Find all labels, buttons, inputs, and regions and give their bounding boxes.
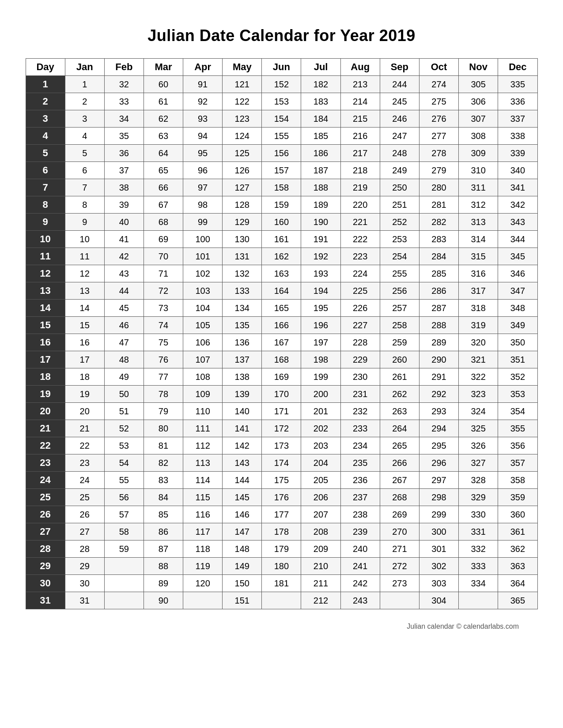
value-cell: 176 [262,489,301,506]
value-cell: 157 [262,162,301,179]
value-cell: 294 [419,420,458,437]
value-cell: 112 [183,437,223,454]
value-cell: 210 [301,558,340,575]
value-cell: 306 [459,93,498,110]
value-cell: 38 [104,179,144,196]
value-cell: 98 [183,196,223,214]
table-row: 55366495125156186217248278309339 [26,145,537,162]
value-cell: 309 [459,145,498,162]
value-cell: 298 [419,489,458,506]
value-cell: 259 [380,334,419,351]
value-cell: 124 [223,128,262,145]
value-cell: 138 [223,368,262,386]
value-cell: 350 [498,334,537,351]
value-cell: 82 [144,454,183,472]
value-cell: 7 [65,179,104,196]
day-cell: 11 [26,248,65,265]
value-cell: 327 [459,454,498,472]
table-row: 14144573104134165195226257287318348 [26,300,537,317]
value-cell: 102 [183,265,223,282]
value-cell: 30 [65,575,104,592]
value-cell: 283 [419,231,458,248]
value-cell: 217 [340,145,380,162]
value-cell: 25 [65,489,104,506]
column-header-mar: Mar [144,59,183,76]
value-cell: 62 [144,110,183,128]
value-cell: 76 [144,351,183,368]
day-cell: 7 [26,179,65,196]
value-cell: 173 [262,437,301,454]
value-cell: 181 [262,575,301,592]
value-cell: 189 [301,196,340,214]
value-cell: 69 [144,231,183,248]
value-cell: 344 [498,231,537,248]
value-cell: 276 [419,110,458,128]
value-cell: 3 [65,110,104,128]
value-cell: 88 [144,558,183,575]
column-header-jun: Jun [262,59,301,76]
table-row: 313190151212243304365 [26,592,537,609]
value-cell: 20 [65,403,104,420]
value-cell [104,575,144,592]
value-cell [104,558,144,575]
table-row: 24245583114144175205236267297328358 [26,472,537,489]
value-cell: 126 [223,162,262,179]
value-cell: 29 [65,558,104,575]
value-cell: 338 [498,128,537,145]
value-cell: 22 [65,437,104,454]
value-cell: 71 [144,265,183,282]
value-cell: 320 [459,334,498,351]
value-cell: 221 [340,214,380,231]
value-cell: 67 [144,196,183,214]
table-row: 13134472103133164194225256286317347 [26,282,537,300]
value-cell: 141 [223,420,262,437]
value-cell: 212 [301,592,340,609]
column-header-aug: Aug [340,59,380,76]
value-cell: 209 [301,540,340,558]
value-cell: 364 [498,575,537,592]
column-header-dec: Dec [498,59,537,76]
value-cell: 45 [104,300,144,317]
value-cell: 130 [223,231,262,248]
value-cell: 330 [459,506,498,523]
value-cell: 325 [459,420,498,437]
value-cell: 234 [340,437,380,454]
table-row: 10104169100130161191222253283314344 [26,231,537,248]
table-row: 25255684115145176206237268298329359 [26,489,537,506]
value-cell: 348 [498,300,537,317]
day-cell: 1 [26,76,65,93]
value-cell: 99 [183,214,223,231]
day-cell: 27 [26,523,65,540]
value-cell: 121 [223,76,262,93]
value-cell: 312 [459,196,498,214]
value-cell: 356 [498,437,537,454]
value-cell: 120 [183,575,223,592]
value-cell: 41 [104,231,144,248]
table-row: 44356394124155185216247277308338 [26,128,537,145]
value-cell: 262 [380,386,419,403]
value-cell: 167 [262,334,301,351]
value-cell: 100 [183,231,223,248]
value-cell: 324 [459,403,498,420]
value-cell: 256 [380,282,419,300]
value-cell: 323 [459,386,498,403]
page-title: Julian Date Calendar for Year 2019 [147,26,416,45]
value-cell: 2 [65,93,104,110]
value-cell: 68 [144,214,183,231]
value-cell: 13 [65,282,104,300]
value-cell: 319 [459,317,498,334]
value-cell: 250 [380,179,419,196]
value-cell: 89 [144,575,183,592]
value-cell: 5 [65,145,104,162]
value-cell: 174 [262,454,301,472]
value-cell: 208 [301,523,340,540]
value-cell: 151 [223,592,262,609]
value-cell: 17 [65,351,104,368]
value-cell: 93 [183,110,223,128]
value-cell: 101 [183,248,223,265]
value-cell: 237 [340,489,380,506]
value-cell: 143 [223,454,262,472]
value-cell: 273 [380,575,419,592]
value-cell: 150 [223,575,262,592]
value-cell: 308 [459,128,498,145]
